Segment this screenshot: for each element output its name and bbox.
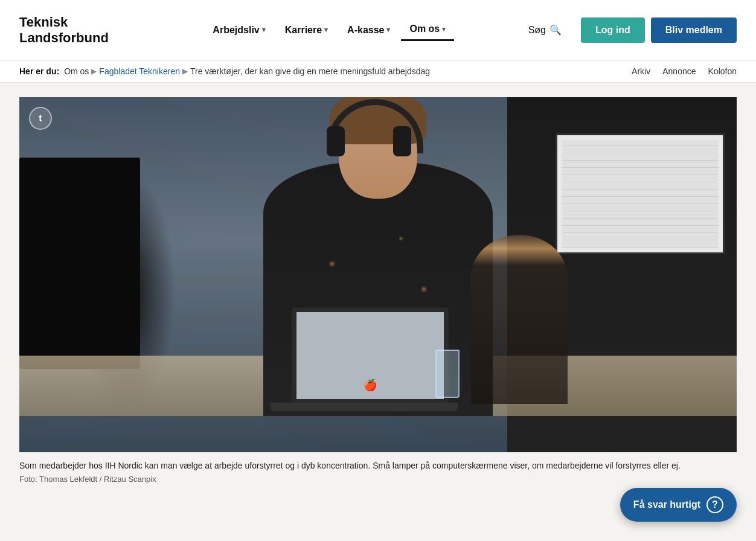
headphone-left [327, 126, 345, 156]
breadcrumb-arrow: ▶ [91, 67, 97, 75]
article-hero-image: 🍎 t [19, 97, 737, 452]
chevron-icon: ▾ [442, 25, 446, 33]
nav-label: Arbejdsliv [213, 25, 259, 36]
caption-text: Som medarbejder hos IIH Nordic kan man v… [19, 459, 684, 472]
nav-item-akasse[interactable]: A-kasse ▾ [339, 20, 399, 40]
chevron-icon: ▾ [324, 26, 328, 34]
breadcrumb-current-page: Tre værktøjer, der kan give dig en mere … [190, 66, 430, 76]
search-icon: 🔍 [549, 24, 562, 36]
water-glass [435, 350, 460, 398]
main-content: 🍎 t Som medarbejder hos IIH Nordic kan m… [0, 83, 756, 501]
breadcrumb-item-om-os: Om os [64, 66, 89, 76]
breadcrumb-link-fagbladet[interactable]: Fagbladet Teknikeren [99, 66, 180, 76]
nav-item-arbejdsliv[interactable]: Arbejdsliv ▾ [204, 20, 274, 40]
member-button[interactable]: Bliv medlem [651, 18, 737, 43]
chevron-icon: ▾ [262, 26, 266, 34]
header-buttons: Log ind Bliv medlem [581, 18, 737, 43]
nav-label: Om os [409, 24, 440, 34]
breadcrumb-arrow2: ▶ [182, 67, 188, 75]
chevron-icon: ▾ [386, 26, 390, 34]
nav-item-om-os[interactable]: Om os ▾ [401, 19, 454, 41]
logo[interactable]: Teknisk Landsforbund [19, 14, 140, 45]
site-header: Teknisk Landsforbund Arbejdsliv ▾ Karrie… [0, 0, 756, 60]
photo-scene: 🍎 [19, 97, 737, 452]
breadcrumb-bar: Her er du: Om os ▶ Fagbladet Teknikeren … [0, 60, 756, 83]
breadcrumb-right-links: Arkiv Annonce Kolofon [632, 66, 737, 76]
photo-credit: Foto: Thomas Lekfeldt / Ritzau Scanpix [19, 475, 737, 484]
nav-label: Karriere [285, 25, 322, 36]
article-image-container: 🍎 t Som medarbejder hos IIH Nordic kan m… [19, 97, 737, 486]
teknikeren-badge: t [29, 107, 52, 130]
breadcrumb: Her er du: Om os ▶ Fagbladet Teknikeren … [19, 66, 430, 76]
breadcrumb-arkiv[interactable]: Arkiv [632, 66, 650, 76]
nav-item-karriere[interactable]: Karriere ▾ [277, 20, 336, 40]
breadcrumb-annonce[interactable]: Annonce [662, 66, 696, 76]
breadcrumb-kolofon[interactable]: Kolofon [708, 66, 737, 76]
main-nav: Arbejdsliv ▾ Karriere ▾ A-kasse ▾ Om os … [140, 19, 519, 41]
background-person [471, 235, 568, 404]
monitor-left [19, 158, 140, 369]
logo-line2: Landsforbund [19, 30, 109, 45]
chat-button[interactable]: Få svar hurtigt ? [620, 488, 737, 522]
login-button[interactable]: Log ind [581, 18, 645, 43]
laptop-logo: 🍎 [364, 379, 377, 392]
image-caption: Som medarbejder hos IIH Nordic kan man v… [19, 452, 737, 486]
search-trigger[interactable]: Søg 🔍 [519, 19, 571, 40]
chat-label: Få svar hurtigt [633, 499, 700, 510]
laptop-screen: 🍎 [292, 307, 449, 404]
search-label: Søg [528, 25, 546, 36]
breadcrumb-prefix: Her er du: [19, 66, 59, 76]
chat-icon: ? [706, 496, 723, 513]
laptop-base [271, 403, 458, 411]
logo-line1: Teknisk [19, 14, 68, 30]
nav-label: A-kasse [347, 25, 384, 36]
headphone-right [393, 126, 411, 156]
